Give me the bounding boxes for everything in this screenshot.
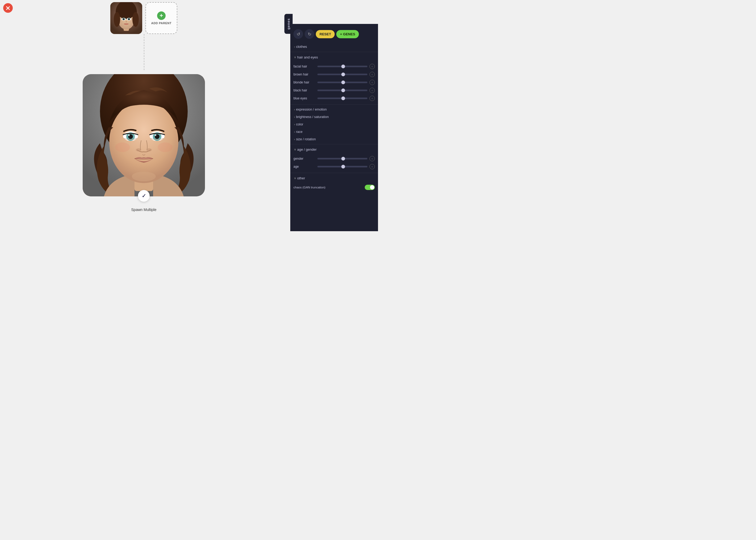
right-panel-wrapper: genes ↺ ↻ RESET + GENES › clothes ∨ hair…	[290, 24, 378, 231]
svg-point-23	[128, 134, 130, 136]
black-hair-thumb[interactable]	[341, 88, 345, 92]
facial-hair-thumb[interactable]	[341, 65, 345, 68]
hair-eyes-label: hair and eyes	[297, 55, 318, 59]
hair-eyes-section-header[interactable]: ∨ hair and eyes	[290, 53, 378, 62]
blue-eyes-label: blue eyes	[293, 96, 315, 100]
brown-hair-row: brown hair ○	[290, 70, 378, 78]
gender-track[interactable]	[317, 158, 368, 160]
svg-point-29	[132, 172, 156, 181]
gender-row: gender ○	[290, 155, 378, 163]
brightness-label: brightness / saturation	[296, 115, 329, 119]
color-label: color	[296, 122, 303, 126]
black-hair-track[interactable]	[317, 89, 368, 91]
chaos-row: chaos (GAN truncation)	[290, 183, 378, 191]
svg-point-24	[155, 134, 156, 136]
blue-eyes-info[interactable]: ○	[370, 96, 375, 101]
main-portrait	[83, 74, 205, 197]
main-area: Spawn Multiple	[0, 0, 288, 270]
svg-point-28	[158, 142, 173, 152]
age-gender-label: age / gender	[297, 148, 317, 152]
add-genes-button[interactable]: + GENES	[336, 30, 359, 38]
race-label: race	[296, 130, 303, 134]
age-row: age ○	[290, 163, 378, 171]
color-section[interactable]: › color	[290, 121, 378, 128]
svg-point-26	[146, 148, 152, 152]
blonde-hair-info[interactable]: ○	[370, 80, 375, 85]
black-hair-info[interactable]: ○	[370, 88, 375, 93]
blue-eyes-thumb[interactable]	[341, 96, 345, 100]
blonde-hair-thumb[interactable]	[341, 80, 345, 84]
blonde-hair-label: blonde hair	[293, 80, 315, 84]
chaos-label: chaos (GAN truncation)	[293, 186, 363, 189]
redo-button[interactable]: ↻	[305, 29, 314, 39]
divider-3	[290, 144, 378, 144]
svg-point-16	[109, 101, 178, 183]
age-gender-chevron: ∨	[294, 148, 296, 151]
hair-eyes-body: facial hair ○ brown hair ○ blonde hair	[290, 62, 378, 103]
clothes-section-header[interactable]: › clothes	[290, 43, 378, 51]
reset-button[interactable]: RESET	[316, 30, 335, 38]
clothes-chevron: ›	[294, 45, 295, 48]
undo-button[interactable]: ↺	[293, 29, 303, 39]
other-label: other	[297, 176, 305, 180]
brightness-chevron: ›	[294, 115, 295, 118]
facial-hair-label: facial hair	[293, 65, 315, 68]
black-hair-row: black hair ○	[290, 86, 378, 94]
age-label: age	[293, 165, 315, 169]
blue-eyes-row: blue eyes ○	[290, 94, 378, 102]
gender-info[interactable]: ○	[370, 156, 375, 161]
race-chevron: ›	[294, 130, 295, 133]
brown-hair-label: brown hair	[293, 72, 315, 76]
age-track[interactable]	[317, 166, 368, 168]
expression-label: expression / emotion	[296, 108, 327, 111]
brightness-saturation-section[interactable]: › brightness / saturation	[290, 113, 378, 121]
blue-eyes-track[interactable]	[317, 97, 368, 99]
close-button[interactable]	[3, 3, 13, 13]
black-hair-label: black hair	[293, 88, 315, 92]
svg-point-27	[115, 142, 130, 152]
gender-label: gender	[293, 157, 315, 161]
expression-chevron: ›	[294, 108, 295, 111]
size-label: size / rotation	[296, 137, 316, 141]
size-chevron: ›	[294, 138, 295, 141]
age-thumb[interactable]	[341, 165, 345, 169]
expression-emotion-section[interactable]: › expression / emotion	[290, 106, 378, 113]
age-gender-section-header[interactable]: ∨ age / gender	[290, 145, 378, 154]
divider-1	[290, 52, 378, 52]
other-body: chaos (GAN truncation)	[290, 182, 378, 193]
race-section[interactable]: › race	[290, 128, 378, 136]
age-gender-body: gender ○ age ○	[290, 154, 378, 172]
facial-hair-info[interactable]: ○	[370, 64, 375, 69]
facial-hair-track[interactable]	[317, 66, 368, 67]
other-section-header[interactable]: ∨ other	[290, 174, 378, 182]
clothes-label: clothes	[296, 45, 307, 49]
right-panel: ↺ ↻ RESET + GENES › clothes ∨ hair and e…	[290, 24, 378, 231]
divider-4	[290, 173, 378, 173]
facial-hair-row: facial hair ○	[290, 63, 378, 70]
blonde-hair-track[interactable]	[317, 81, 368, 83]
gender-thumb[interactable]	[341, 157, 345, 161]
blonde-hair-row: blonde hair ○	[290, 78, 378, 86]
age-info[interactable]: ○	[370, 164, 375, 169]
brown-hair-info[interactable]: ○	[370, 72, 375, 77]
svg-point-25	[136, 148, 141, 152]
brown-hair-thumb[interactable]	[341, 72, 345, 76]
divider-2	[290, 104, 378, 105]
other-chevron: ∨	[294, 177, 296, 180]
color-chevron: ›	[294, 123, 295, 126]
toolbar: ↺ ↻ RESET + GENES	[290, 27, 378, 41]
size-rotation-section[interactable]: › size / rotation	[290, 136, 378, 143]
brown-hair-track[interactable]	[317, 73, 368, 75]
checkmark-button[interactable]	[138, 190, 150, 202]
chaos-toggle[interactable]	[365, 185, 375, 190]
hair-eyes-chevron: ∨	[294, 56, 296, 59]
main-portrait-container	[83, 74, 205, 197]
spawn-label[interactable]: Spawn Multiple	[131, 207, 157, 212]
